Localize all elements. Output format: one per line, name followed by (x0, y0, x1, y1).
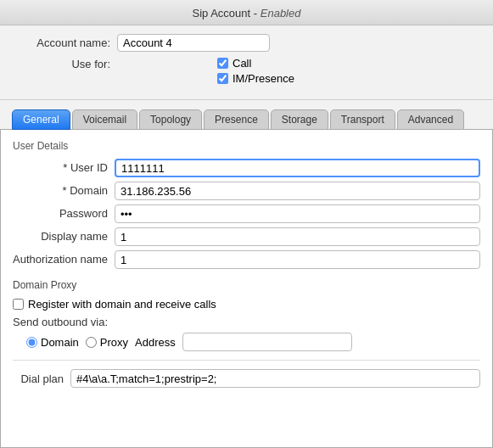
display-name-label: Display name (13, 227, 115, 246)
use-for-label: Use for: (17, 57, 110, 70)
tabs-container: General Voicemail Topology Presence Stor… (12, 109, 481, 129)
im-label: IM/Presence (232, 72, 294, 85)
tabs-section: General Voicemail Topology Presence Stor… (0, 100, 493, 129)
account-name-row: Account name: (17, 34, 476, 52)
domain-radio-label: Domain (41, 336, 79, 349)
domain-radio[interactable] (26, 337, 37, 348)
title-bar: Sip Account - Enabled (0, 0, 493, 25)
dial-plan-row: Dial plan (13, 360, 480, 388)
tab-transport[interactable]: Transport (330, 109, 395, 130)
title-status: Enabled (261, 7, 301, 20)
password-input[interactable] (115, 204, 480, 223)
tab-advanced[interactable]: Advanced (397, 109, 464, 130)
domain-radio-item: Domain (26, 336, 79, 349)
display-name-input[interactable] (115, 227, 480, 246)
domain-label: Domain (13, 182, 115, 200)
user-id-label: User ID (13, 159, 115, 177)
domain-proxy-header: Domain Proxy (13, 279, 480, 291)
proxy-radio[interactable] (86, 337, 97, 348)
proxy-radio-label: Proxy (100, 336, 128, 349)
tab-general[interactable]: General (12, 109, 70, 130)
address-label: Address (135, 336, 176, 349)
top-section: Account name: Use for: Call IM/Presence (0, 25, 493, 100)
call-checkbox-row: Call (217, 57, 294, 70)
send-outbound-label: Send outbound via: (13, 316, 480, 328)
auth-name-input[interactable] (115, 250, 480, 269)
im-checkbox-row: IM/Presence (217, 72, 294, 85)
im-checkbox[interactable] (217, 73, 228, 84)
title-text: Sip Account - (193, 7, 258, 20)
tab-storage[interactable]: Storage (271, 109, 328, 130)
tab-voicemail[interactable]: Voicemail (72, 109, 137, 130)
account-name-input[interactable] (117, 34, 270, 52)
proxy-radio-item: Proxy (86, 336, 128, 349)
auth-name-label: Authorization name (13, 250, 115, 269)
register-label: Register with domain and receive calls (28, 298, 216, 311)
user-details-header: User Details (13, 140, 480, 152)
sip-account-window: Sip Account - Enabled Account name: Use … (0, 0, 493, 448)
use-for-section: Call IM/Presence (217, 57, 294, 87)
call-label: Call (232, 57, 251, 70)
tab-content: User Details User ID Domain Password Dis… (0, 129, 493, 448)
password-label: Password (13, 204, 115, 223)
tab-presence[interactable]: Presence (204, 109, 269, 130)
user-details-grid: User ID Domain Password Display name Aut… (13, 159, 480, 269)
register-row: Register with domain and receive calls (13, 298, 480, 311)
use-for-row: Use for: Call IM/Presence (17, 57, 476, 87)
outbound-radio-group: Domain Proxy Address (26, 333, 480, 351)
domain-proxy-section: Register with domain and receive calls S… (13, 298, 480, 351)
dial-plan-input[interactable] (70, 369, 480, 388)
domain-input[interactable] (115, 182, 480, 200)
tab-topology[interactable]: Topology (139, 109, 202, 130)
dial-plan-label: Dial plan (13, 372, 70, 385)
account-name-label: Account name: (17, 36, 110, 49)
call-checkbox[interactable] (217, 58, 228, 69)
address-input[interactable] (182, 333, 352, 351)
register-checkbox[interactable] (13, 299, 24, 310)
user-id-input[interactable] (115, 159, 480, 177)
